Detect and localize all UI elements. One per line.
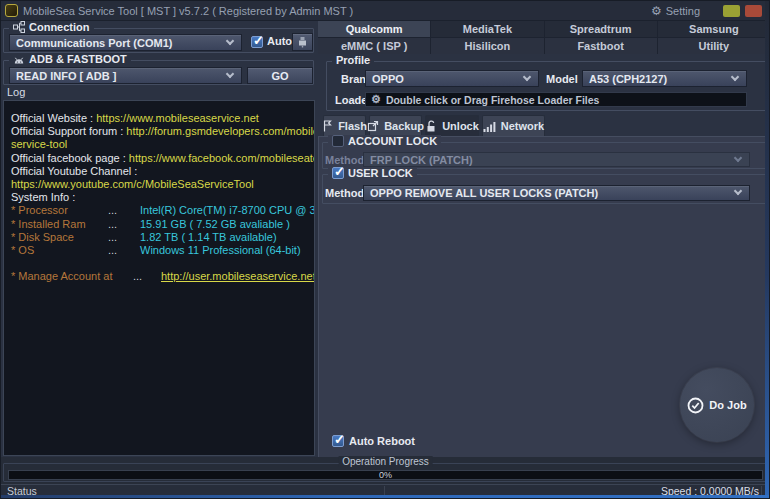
log-line: https://www.youtube.com/c/MobileSeaServi… [11, 178, 307, 191]
log-group-label: Log [7, 86, 25, 98]
model-value: A53 (CPH2127) [589, 73, 667, 85]
chevron-down-icon [523, 72, 531, 80]
app-window: MobileSea Service Tool [ MST ] v5.7.2 ( … [0, 0, 770, 499]
connection-icon [13, 21, 25, 33]
operation-progress-label: Operation Progress [338, 456, 433, 467]
log-line: * OS...Windows 11 Professional (64-bit) [11, 244, 307, 257]
vendor-tab-hisilicon[interactable]: Hisilicon [431, 38, 543, 54]
do-job-button[interactable]: Do Job [680, 368, 754, 442]
unlock-icon [425, 120, 437, 132]
window-edge-glow [765, 1, 769, 499]
vendor-tab-fastboot[interactable]: Fastboot [545, 38, 657, 54]
vendor-tab-utility[interactable]: Utility [658, 38, 770, 54]
tab-unlock[interactable]: Unlock [425, 115, 479, 136]
log-link[interactable]: https://www.mobileseaservice.net [96, 112, 259, 124]
log-line: Official Support forum : http://forum.gs… [11, 125, 307, 138]
setting-button[interactable]: ⚙ Setting [651, 1, 700, 21]
backup-icon [367, 120, 379, 132]
port-dropdown-value: Communications Port (COM1) [16, 37, 172, 49]
profile-group-label: Profile [332, 54, 374, 66]
vendor-tab-spreadtrum[interactable]: Spreadtrum [545, 21, 657, 37]
vendor-tab-mediatek[interactable]: MediaTek [431, 21, 543, 37]
user-lock-label: USER LOCK [348, 167, 413, 179]
connection-group-label: Connection [29, 21, 90, 33]
brand-dropdown[interactable]: OPPO [365, 70, 539, 87]
close-button[interactable] [745, 5, 762, 17]
network-icon [483, 121, 496, 132]
adb-fastboot-group: ADB & FASTBOOT READ INFO [ ADB ] GO [3, 60, 314, 85]
chevron-down-icon [731, 72, 739, 80]
chevron-down-icon [226, 36, 234, 44]
connector-icon [297, 36, 308, 48]
profile-group: Profile Brand OPPO Model A53 (CPH2127) L… [326, 61, 768, 111]
account-lock-checkbox[interactable] [332, 135, 344, 147]
adb-group-label: ADB & FASTBOOT [29, 53, 127, 65]
log-link[interactable]: http://forum.gsmdevelopers.com/mobilesea… [126, 125, 315, 137]
adb-action-value: READ INFO [ ADB ] [16, 70, 116, 82]
user-method-dropdown[interactable]: OPPO REMOVE ALL USER LOCKS (PATCH) [363, 185, 750, 201]
log-line: * Disk Space...1.82 TB ( 1.14 TB availab… [11, 231, 307, 244]
user-method-value: OPPO REMOVE ALL USER LOCKS (PATCH) [370, 187, 598, 199]
tab-label: Flash [338, 120, 367, 132]
do-job-label: Do Job [709, 399, 746, 411]
user-method-label: Method [325, 187, 364, 199]
vendor-tab-samsung[interactable]: Samsung [658, 21, 770, 37]
adb-action-dropdown[interactable]: READ INFO [ ADB ] [9, 67, 242, 84]
progress-bar: 0% [8, 470, 763, 480]
loader-placeholder: Double click or Drag Firehose Loader Fil… [386, 94, 600, 106]
account-method-value: FRP LOCK (PATCH) [370, 154, 473, 166]
minimize-button[interactable] [723, 5, 740, 17]
tab-network[interactable]: Network [482, 115, 545, 136]
auto-reboot-label: Auto Reboot [349, 435, 415, 447]
tab-label: Network [501, 120, 544, 132]
log-line: * Manage Account at...http://user.mobile… [11, 270, 307, 283]
chevron-down-icon [226, 69, 234, 77]
auto-checkbox-label: Auto [267, 35, 292, 47]
log-line: * Processor...Intel(R) Core(TM) i7-8700 … [11, 204, 307, 217]
model-label: Model [546, 73, 578, 85]
model-dropdown[interactable]: A53 (CPH2127) [582, 70, 747, 87]
tab-flash[interactable]: Flash [323, 115, 366, 136]
check-circle-icon [687, 397, 704, 414]
log-line: System Info : [11, 191, 307, 204]
vendor-tab-qualcomm[interactable]: Qualcomm [318, 21, 430, 37]
loader-drop-field[interactable]: ⚙ Double click or Drag Firehose Loader F… [365, 92, 747, 107]
log-line: service-tool [11, 138, 307, 151]
go-button[interactable]: GO [247, 67, 313, 84]
gear-icon: ⚙ [651, 1, 662, 21]
title-bar: MobileSea Service Tool [ MST ] v5.7.2 ( … [1, 1, 770, 21]
manage-account-link[interactable]: http://user.mobileseaservice.net [161, 270, 315, 283]
operation-progress-group: Operation Progress 0% [3, 463, 768, 482]
account-method-dropdown: FRP LOCK (PATCH) [363, 152, 750, 167]
log-line: Official facebook page : https://www.fac… [11, 152, 307, 165]
chevron-down-icon [734, 187, 742, 195]
log-line: Official Website : https://www.mobilesea… [11, 112, 307, 125]
auto-checkbox[interactable] [251, 36, 263, 48]
log-line: * Installed Ram...15.91 GB ( 7.52 GB ava… [11, 218, 307, 231]
app-logo-icon [5, 4, 18, 17]
log-output[interactable]: Official Website : https://www.mobilesea… [3, 100, 315, 456]
window-edge-glow [1, 495, 770, 498]
user-lock-group: USER LOCK Method OPPO REMOVE ALL USER LO… [322, 174, 766, 204]
gears-icon: ⚙ [371, 93, 381, 106]
auto-reboot-checkbox[interactable] [332, 435, 344, 447]
log-link[interactable]: https://www.facebook.com/mobileseatool [129, 152, 315, 164]
tab-label: Unlock [442, 120, 479, 132]
vendor-tab-emmc-isp[interactable]: eMMC ( ISP ) [318, 38, 430, 54]
log-link[interactable]: service-tool [11, 138, 67, 150]
window-title: MobileSea Service Tool [ MST ] v5.7.2 ( … [23, 1, 353, 21]
log-link[interactable]: https://www.youtube.com/c/MobileSeaServi… [11, 178, 254, 190]
android-icon [13, 54, 25, 65]
progress-percent: 0% [379, 470, 392, 480]
port-dropdown[interactable]: Communications Port (COM1) [9, 34, 242, 51]
user-lock-checkbox[interactable] [332, 167, 344, 179]
account-lock-group: ACCOUNT LOCK Method FRP LOCK (PATCH) [322, 142, 766, 169]
tab-label: Backup [384, 120, 424, 132]
vendor-tab-grid: QualcommMediaTekSpreadtrumSamsungeMMC ( … [318, 21, 770, 54]
tab-backup[interactable]: Backup [369, 115, 422, 136]
chevron-down-icon [734, 153, 742, 161]
rescan-port-button[interactable] [292, 33, 313, 51]
brand-value: OPPO [372, 73, 404, 85]
connection-group: Connection Communications Port (COM1) Au… [3, 28, 314, 53]
flash-flag-icon [322, 120, 333, 132]
